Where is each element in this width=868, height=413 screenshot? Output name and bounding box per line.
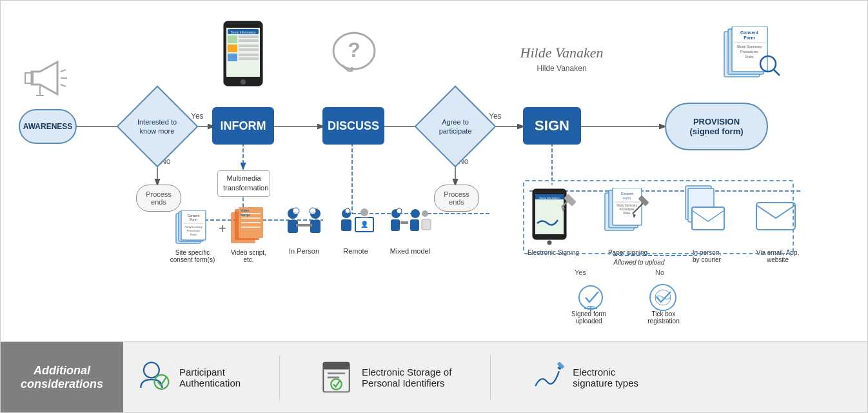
svg-rect-32	[228, 35, 237, 43]
in-person-icon: ... ...	[283, 206, 325, 245]
svg-rect-81	[410, 219, 419, 231]
remote-icon: 👤 ...	[335, 206, 377, 245]
divider-1	[279, 355, 280, 400]
process-ends-2: Processends	[434, 185, 479, 212]
participant-auth-icon	[136, 359, 172, 395]
video-script-label: Video script,etc.	[228, 249, 270, 263]
video-script-icon: Video Script	[230, 207, 268, 246]
hilde-name: Hilde Vanaken	[520, 64, 604, 73]
svg-rect-131	[328, 377, 339, 379]
inform-node: INFORM	[212, 107, 274, 145]
svg-text:StudySummary: StudySummary	[184, 225, 202, 228]
svg-text:...: ...	[346, 210, 349, 214]
svg-rect-82	[400, 221, 408, 224]
svg-line-24	[61, 70, 66, 72]
participant-auth-item: ParticipantAuthentication	[136, 359, 241, 395]
svg-text:Consent: Consent	[740, 30, 759, 35]
site-specific-icon: Consent Form StudySummary Procedures Ris…	[175, 210, 210, 246]
svg-text:...: ...	[397, 210, 400, 214]
svg-point-125	[144, 363, 159, 378]
svg-text:Procedures: Procedures	[187, 229, 200, 232]
svg-rect-74	[360, 217, 368, 218]
svg-text:?: ?	[348, 38, 360, 61]
provision-node: PROVISION(signed form)	[665, 103, 768, 150]
additional-considerations-label: Additionalconsiderations	[1, 342, 123, 412]
svg-text:Risks: Risks	[190, 233, 197, 236]
svg-rect-130	[328, 372, 346, 374]
tick-box-icon	[642, 281, 684, 314]
multimedia-box: Multimediatransformation	[217, 170, 270, 197]
electronic-sig-icon	[529, 359, 565, 395]
bottom-items: ParticipantAuthentication Electronic Sto…	[123, 342, 867, 412]
svg-rect-40	[239, 57, 259, 60]
electronic-sig-text: Electronicsignature types	[573, 367, 638, 388]
main-container: Yes No Yes No AWARENESS	[0, 0, 868, 413]
svg-point-83	[422, 210, 428, 217]
signature-icon: Hilde Vanaken Hilde Vanaken	[517, 33, 607, 85]
svg-point-80	[411, 209, 420, 218]
diagram-area: Yes No Yes No AWARENESS	[1, 1, 867, 341]
svg-text:Study Information: Study Information	[230, 30, 255, 34]
svg-rect-38	[228, 54, 237, 61]
svg-text:Video: Video	[241, 208, 250, 212]
svg-line-97	[774, 70, 780, 76]
svg-text:...: ...	[294, 209, 298, 214]
tick-box-label: Tick boxregistration	[635, 310, 693, 325]
process-ends-1: Processends	[136, 185, 181, 212]
svg-text:Form: Form	[190, 217, 197, 221]
bottom-bar: Additionalconsiderations ParticipantAuth…	[1, 341, 867, 412]
signature-text: Hilde Vanaken	[520, 45, 604, 61]
svg-rect-33	[239, 35, 259, 38]
svg-rect-39	[239, 54, 259, 56]
electronic-storage-item: Electronic Storage ofPersonal Identifier…	[319, 359, 451, 395]
svg-text:Procedures: Procedures	[740, 50, 758, 54]
svg-text:Study Summary: Study Summary	[736, 45, 762, 48]
remote-label: Remote	[335, 247, 377, 255]
yes-upload-label: Yes	[575, 268, 586, 276]
svg-point-73	[360, 208, 368, 216]
no-upload-label: No	[655, 268, 664, 276]
diamond1: Interested toknow more	[128, 97, 186, 156]
svg-rect-128	[323, 363, 349, 370]
svg-rect-71	[341, 219, 351, 231]
svg-rect-37	[239, 48, 259, 51]
svg-text:Script: Script	[241, 213, 250, 217]
svg-marker-20	[32, 62, 57, 94]
svg-text:...: ...	[311, 209, 315, 214]
plus-sign: +	[219, 221, 226, 236]
signed-form-icon	[565, 281, 616, 314]
megaphone-icon	[19, 52, 77, 104]
electronic-sig-item: Electronicsignature types	[529, 359, 638, 395]
svg-point-29	[241, 79, 246, 85]
svg-line-26	[61, 85, 66, 86]
electronic-storage-icon	[319, 359, 354, 395]
consent-form-icon: Consent Form Study Summary Procedures Ri…	[723, 26, 787, 91]
svg-text:Risks: Risks	[745, 55, 754, 59]
awareness-node: AWARENESS	[19, 109, 77, 144]
divider-2	[490, 355, 491, 400]
signing-dashed-box	[523, 180, 794, 254]
electronic-storage-text: Electronic Storage ofPersonal Identifier…	[362, 367, 451, 388]
svg-point-129	[331, 379, 342, 390]
mixed-model-label: Mixed model	[384, 247, 436, 255]
svg-rect-65	[296, 224, 312, 227]
svg-rect-36	[239, 45, 259, 47]
discuss-node: DISCUSS	[322, 107, 384, 145]
discuss-icon: ?	[330, 26, 379, 78]
signed-form-label: Signed formuploaded	[557, 310, 621, 325]
phone-icon: Study Information	[220, 20, 266, 88]
svg-rect-84	[422, 219, 431, 230]
participant-auth-text: ParticipantAuthentication	[179, 367, 241, 388]
svg-rect-34	[239, 39, 259, 42]
svg-rect-35	[228, 45, 237, 52]
site-specific-label: Site specificconsent form(s)	[168, 249, 217, 263]
svg-rect-79	[391, 219, 400, 231]
svg-text:Yes: Yes	[191, 112, 204, 121]
svg-point-122	[579, 286, 602, 309]
sign-node: SIGN	[523, 107, 581, 145]
svg-text:Form: Form	[744, 35, 755, 40]
svg-text:Yes: Yes	[489, 112, 502, 121]
mixed-model-icon: ...	[386, 206, 435, 245]
diamond2: Agree toparticipate	[426, 97, 484, 156]
svg-text:👤: 👤	[360, 220, 369, 228]
